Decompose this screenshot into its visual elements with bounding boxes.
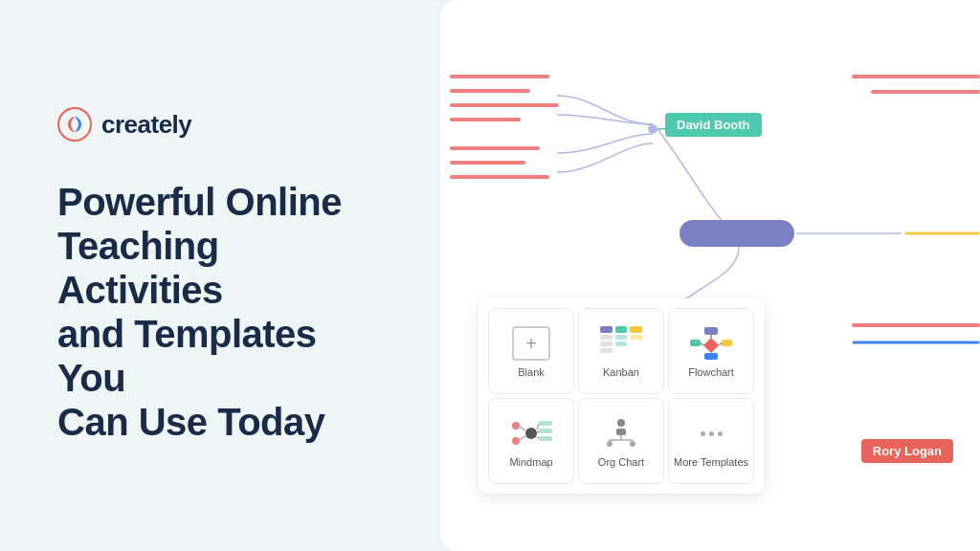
orgchart-icon [600, 416, 642, 451]
more-icon [692, 416, 730, 451]
mindmap-icon [510, 416, 552, 451]
canvas-area: David Booth Rory Logan + Blank [440, 0, 980, 551]
david-booth-label: David Booth [665, 113, 762, 137]
flowchart-icon [690, 326, 732, 361]
svg-rect-19 [690, 340, 701, 346]
logo-text: creately [101, 110, 191, 140]
headline-line4: Can Use Today [57, 401, 325, 443]
svg-rect-35 [616, 429, 626, 435]
template-more-label: More Templates [674, 456, 748, 468]
headline-line1: Powerful Online [57, 181, 342, 223]
svg-point-34 [617, 419, 625, 427]
svg-point-26 [512, 437, 520, 445]
headline-line3: and Templates You [57, 313, 317, 399]
logo: creately [57, 107, 383, 142]
template-blank[interactable]: + Blank [488, 308, 574, 394]
svg-point-0 [58, 108, 91, 141]
template-mindmap-label: Mindmap [509, 456, 552, 468]
svg-line-25 [520, 427, 525, 430]
svg-line-33 [537, 437, 539, 438]
svg-point-40 [630, 441, 635, 447]
svg-rect-30 [539, 429, 552, 433]
blank-icon: + [512, 326, 550, 361]
svg-line-27 [520, 436, 525, 440]
svg-rect-32 [539, 436, 552, 441]
svg-rect-28 [539, 421, 552, 426]
template-flowchart-label: Flowchart [688, 366, 734, 378]
svg-point-38 [607, 441, 612, 447]
template-kanban[interactable]: Kanban [578, 308, 664, 394]
template-grid: + Blank [479, 298, 764, 494]
svg-line-22 [719, 343, 722, 346]
rory-logan-label: Rory Logan [861, 439, 953, 463]
svg-rect-16 [704, 353, 718, 360]
headline-line2: Teaching Activities [57, 225, 223, 311]
svg-line-29 [537, 424, 539, 430]
right-panel: David Booth Rory Logan + Blank [440, 0, 980, 551]
template-orgchart[interactable]: Org Chart [578, 398, 664, 484]
purple-pill [679, 220, 794, 247]
svg-point-24 [512, 422, 520, 430]
svg-line-20 [701, 343, 703, 346]
headline: Powerful Online Teaching Activities and … [57, 180, 383, 444]
svg-point-8 [648, 124, 657, 134]
svg-marker-15 [703, 338, 719, 353]
template-flowchart[interactable]: Flowchart [668, 308, 754, 394]
kanban-icon [600, 326, 642, 361]
template-blank-label: Blank [518, 366, 545, 378]
template-more[interactable]: More Templates [668, 398, 754, 484]
template-kanban-label: Kanban [603, 366, 639, 378]
creately-logo-icon [57, 107, 92, 142]
svg-rect-14 [704, 327, 718, 335]
template-mindmap[interactable]: Mindmap [488, 398, 574, 484]
svg-rect-21 [722, 340, 732, 346]
template-orgchart-label: Org Chart [598, 456, 644, 468]
svg-point-23 [525, 428, 537, 439]
left-panel: creately Powerful Online Teaching Activi… [0, 59, 440, 492]
svg-line-31 [537, 431, 539, 434]
